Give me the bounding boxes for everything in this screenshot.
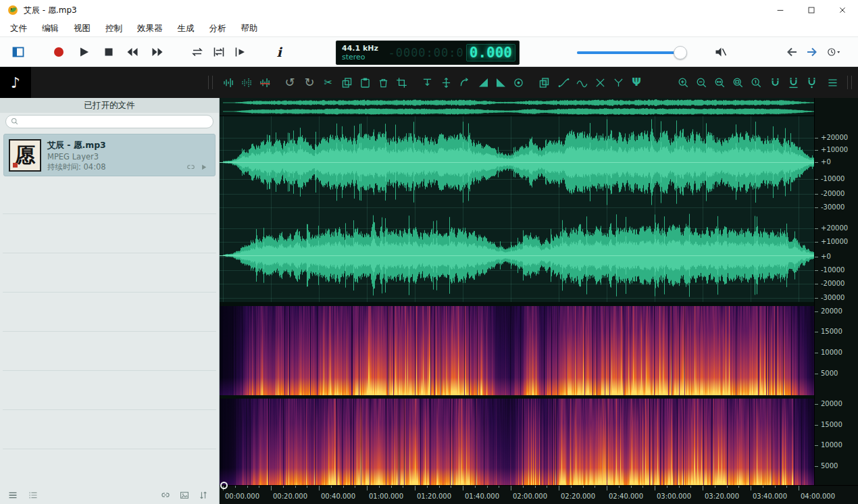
time-tick: [642, 486, 643, 488]
mute-button[interactable]: [711, 42, 731, 62]
stop-button[interactable]: [99, 42, 119, 62]
link-files-button[interactable]: [157, 488, 174, 503]
playhead-marker[interactable]: [220, 482, 228, 489]
volume-thumb[interactable]: [674, 46, 687, 59]
spectral-view-button[interactable]: [257, 74, 273, 91]
expander-y-button[interactable]: [610, 74, 626, 91]
delete-button[interactable]: [375, 74, 391, 91]
close-button[interactable]: [827, 0, 858, 20]
play-from-cursor-button[interactable]: [230, 42, 251, 62]
waveform-channel-right[interactable]: [220, 211, 814, 302]
search-input[interactable]: [20, 117, 209, 127]
format-readout: 44.1 kHz stereo: [336, 44, 384, 61]
duplicate-button[interactable]: [536, 74, 552, 91]
fade-in-button[interactable]: [475, 74, 491, 91]
snap-selection-button[interactable]: [767, 74, 783, 91]
bars-view-button[interactable]: [238, 74, 255, 91]
play-button[interactable]: [74, 42, 94, 62]
time-tick: [679, 486, 680, 488]
zoom-reset-button[interactable]: [748, 74, 764, 91]
toolbar-grip[interactable]: [847, 76, 852, 89]
window-controls: [765, 0, 858, 20]
view-options-button[interactable]: [824, 74, 840, 91]
history-dropdown-button[interactable]: [823, 42, 843, 62]
list-row-divider: [3, 213, 216, 214]
menu-item-view[interactable]: 视图: [66, 20, 98, 36]
ruler-tick-label: +0: [821, 158, 831, 166]
record-button[interactable]: [49, 42, 69, 62]
gain-adjust-button[interactable]: [419, 74, 435, 91]
zoom-out-button[interactable]: [693, 74, 709, 91]
overview-navigation-strip[interactable]: [220, 98, 814, 116]
minimize-button[interactable]: [765, 0, 796, 20]
play-file-icon[interactable]: [199, 162, 209, 173]
amplitude-frequency-ruler[interactable]: +20000+20000+10000+10000+0+0-10000-10000…: [814, 98, 858, 485]
time-tick: [259, 486, 259, 488]
time-tick: [295, 486, 296, 488]
channel-split-button[interactable]: Ψ: [628, 74, 645, 91]
rewind-button[interactable]: [122, 42, 143, 62]
spectrogram-channel-right[interactable]: [220, 399, 814, 485]
redo-button[interactable]: ↻: [301, 74, 318, 91]
menu-item-help[interactable]: 帮助: [234, 20, 266, 36]
menu-item-control[interactable]: 控制: [98, 20, 130, 36]
undo-button[interactable]: ↺: [282, 74, 298, 91]
file-list-item[interactable]: 愿 艾辰 - 愿.mp3 MPEG Layer3 持续时间: 04:08: [3, 134, 216, 176]
zoom-selection-button[interactable]: [730, 74, 746, 91]
waveform-channel-left[interactable]: [220, 116, 814, 211]
music-note-icon: ♪: [0, 67, 31, 98]
detail-list-view-button[interactable]: [4, 488, 22, 503]
envelope-button[interactable]: [555, 74, 572, 91]
spectrogram-channel-left[interactable]: [220, 306, 814, 395]
time-tick: [559, 486, 559, 490]
zoom-fit-button[interactable]: [711, 74, 728, 91]
ruler-tick-label: 5000: [821, 462, 838, 470]
ruler-tick: [815, 311, 818, 312]
time-display[interactable]: 44.1 kHz stereo -0000:00:0 0.000: [336, 41, 520, 65]
time-tick: [271, 486, 272, 490]
fade-out-button[interactable]: [493, 74, 509, 91]
smooth-button[interactable]: [574, 74, 590, 91]
redo-icon: ↻: [304, 76, 314, 89]
menu-item-analyze[interactable]: 分析: [202, 20, 234, 36]
fast-forward-button[interactable]: [147, 42, 168, 62]
paste-button[interactable]: [357, 74, 373, 91]
search-box: [5, 115, 213, 128]
menu-item-file[interactable]: 文件: [3, 20, 34, 36]
loop-selection-button[interactable]: [209, 42, 229, 62]
time-tick: [451, 486, 451, 488]
time-tick: [427, 486, 428, 488]
loop-playback-button[interactable]: [187, 42, 207, 62]
info-button[interactable]: i: [269, 42, 289, 62]
copy-button[interactable]: [338, 74, 355, 91]
modulate-button[interactable]: [510, 74, 526, 91]
expander-x-button[interactable]: [592, 74, 608, 91]
snap-grid-button[interactable]: [803, 74, 819, 91]
selection-mode-button[interactable]: [8, 42, 28, 62]
volume-slider[interactable]: [576, 37, 690, 68]
sort-order-button[interactable]: [195, 488, 212, 503]
history-back-button[interactable]: [782, 42, 803, 62]
snap-zero-button[interactable]: [785, 74, 801, 91]
time-ruler[interactable]: 00:00.00000:20.00000:40.00001:00.00001:2…: [220, 485, 858, 504]
invert-button[interactable]: [456, 74, 472, 91]
menu-item-generate[interactable]: 生成: [170, 20, 202, 36]
normalize-button[interactable]: [438, 74, 454, 91]
crop-button[interactable]: [393, 74, 409, 91]
compact-list-view-button[interactable]: [24, 488, 42, 503]
wave-view-button[interactable]: [220, 74, 236, 91]
maximize-button[interactable]: [796, 0, 827, 20]
cut-button[interactable]: ✂: [320, 74, 336, 91]
menu-item-edit[interactable]: 编辑: [34, 20, 66, 36]
files-sidebar: 已打开的文件 愿 艾辰 - 愿.mp3 MPEG Layer3 持续时间: 04…: [0, 98, 220, 504]
time-tick: [535, 486, 536, 488]
time-tick: [367, 486, 368, 490]
waveform-editor: +20000+20000+10000+10000+0+0-10000-10000…: [220, 98, 858, 504]
link-icon[interactable]: [186, 162, 197, 173]
toolbar-grip[interactable]: [208, 76, 213, 89]
time-tick: [343, 486, 344, 488]
menu-item-effects[interactable]: 效果器: [130, 20, 170, 36]
artwork-toggle-button[interactable]: [176, 488, 193, 503]
history-forward-button[interactable]: [801, 42, 822, 62]
zoom-in-button[interactable]: [675, 74, 691, 91]
